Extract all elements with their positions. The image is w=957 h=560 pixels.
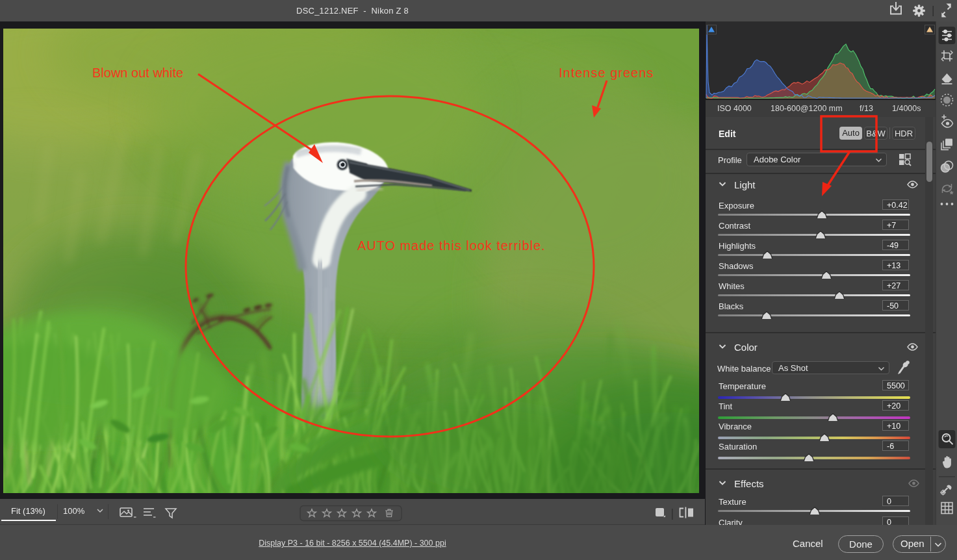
svg-text:Blown out white: Blown out white — [92, 66, 183, 80]
svg-text:Intense greens: Intense greens — [559, 66, 654, 80]
svg-text:AUTO made this look terrible.: AUTO made this look terrible. — [357, 238, 546, 253]
